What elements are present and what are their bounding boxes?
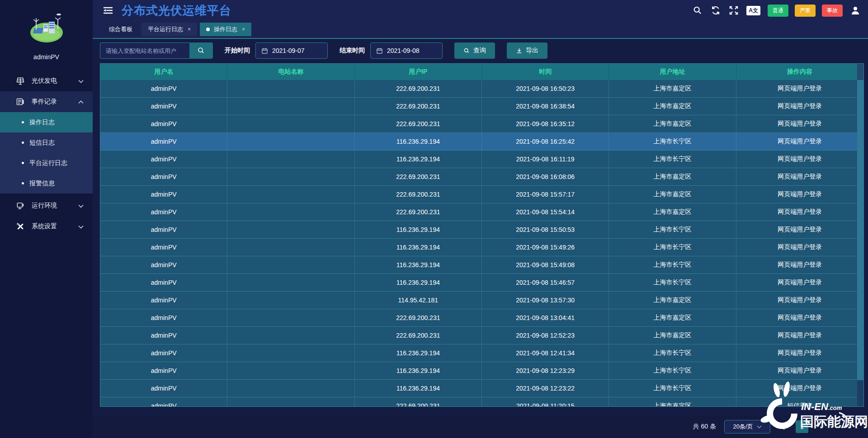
page-size-select[interactable]: 20条/页 bbox=[724, 420, 770, 433]
cell-username: adminPV bbox=[100, 380, 227, 397]
prev-page-icon[interactable] bbox=[778, 422, 788, 431]
search-icon[interactable] bbox=[692, 5, 703, 16]
sidebar-item-event-records[interactable]: 事件记录 bbox=[0, 91, 93, 112]
cell-user-ip: 222.69.200.231 bbox=[355, 80, 482, 97]
close-icon[interactable]: × bbox=[242, 26, 245, 33]
tools-icon bbox=[15, 221, 25, 231]
table-scrollbar[interactable] bbox=[857, 64, 863, 406]
table-header-cell[interactable]: 用户IP bbox=[355, 64, 482, 80]
alarm-badge[interactable]: 普通 bbox=[768, 5, 788, 17]
cell-operation: 网页端用户登录 bbox=[736, 133, 863, 150]
cell-username: adminPV bbox=[100, 80, 227, 97]
table-row[interactable]: adminPV 116.236.29.194 2021-09-08 16:25:… bbox=[100, 133, 863, 151]
cell-station-name bbox=[227, 151, 354, 168]
table-row[interactable]: adminPV 116.236.29.194 2021-09-08 12:23:… bbox=[100, 362, 863, 380]
table-row[interactable]: adminPV 222.69.200.231 2021-09-08 15:54:… bbox=[100, 203, 863, 221]
table-header-cell[interactable]: 操作内容 bbox=[736, 64, 863, 80]
cell-station-name bbox=[227, 344, 354, 362]
table-row[interactable]: adminPV 116.236.29.194 2021-09-08 12:41:… bbox=[100, 344, 863, 362]
bullet-dot-icon bbox=[22, 162, 24, 164]
cell-station-name bbox=[227, 133, 354, 150]
table-row[interactable]: adminPV 222.69.200.231 2021-09-08 16:38:… bbox=[100, 98, 863, 115]
scrollbar-track-top bbox=[857, 64, 863, 80]
cell-user-address: 上海市嘉定区 bbox=[609, 115, 736, 132]
search-input[interactable] bbox=[100, 42, 189, 59]
sidebar-item-operation-log[interactable]: 操作日志 bbox=[0, 112, 93, 132]
table-header-cell[interactable]: 时间 bbox=[482, 64, 609, 80]
user-icon[interactable] bbox=[850, 5, 861, 16]
cell-user-address: 上海市长宁区 bbox=[609, 344, 736, 362]
refresh-icon[interactable] bbox=[710, 5, 721, 16]
sidebar-item-sms-log[interactable]: 短信日志 bbox=[0, 132, 93, 153]
table-row[interactable]: adminPV 222.69.200.231 2021-09-08 11:20:… bbox=[100, 397, 863, 407]
cell-operation: 网页端用户登录 bbox=[736, 256, 863, 273]
table-row[interactable]: adminPV 222.69.200.231 2021-09-08 15:57:… bbox=[100, 186, 863, 203]
cell-user-ip: 222.69.200.231 bbox=[355, 327, 482, 344]
table-row[interactable]: adminPV 222.69.200.231 2021-09-08 12:52:… bbox=[100, 327, 863, 344]
end-date-picker[interactable]: 2021-09-08 bbox=[370, 42, 443, 59]
table-header-cell[interactable]: 用户地址 bbox=[609, 64, 736, 80]
cell-time: 2021-09-08 16:50:23 bbox=[482, 80, 609, 97]
sidebar-item-system-settings[interactable]: 系统设置 bbox=[0, 216, 93, 237]
submenu-item-label: 平台运行日志 bbox=[29, 159, 67, 167]
alarm-badge[interactable]: 事故 bbox=[822, 5, 843, 17]
sidebar-item-alarm-info[interactable]: 报警信息 bbox=[0, 173, 93, 193]
table-row[interactable]: adminPV 116.236.29.194 2021-09-08 15:49:… bbox=[100, 239, 863, 256]
cell-user-address: 上海市长宁区 bbox=[609, 362, 736, 379]
sidebar-item-label: 系统设置 bbox=[32, 222, 57, 231]
sidebar-menu: 光伏发电 事件记录 bbox=[0, 71, 93, 237]
submenu-item-label: 短信日志 bbox=[29, 139, 55, 147]
export-button[interactable]: 导出 bbox=[507, 42, 547, 59]
bullet-dot-icon bbox=[22, 141, 24, 144]
cell-station-name bbox=[227, 309, 354, 326]
cell-station-name bbox=[227, 397, 354, 407]
cell-time: 2021-09-08 16:35:12 bbox=[482, 115, 609, 132]
cell-time: 2021-09-08 11:20:15 bbox=[482, 397, 609, 407]
table-row[interactable]: adminPV 222.69.200.231 2021-09-08 13:04:… bbox=[100, 309, 863, 327]
collapse-sidebar-icon[interactable] bbox=[103, 5, 114, 15]
tab-dashboard[interactable]: 综合看板 bbox=[103, 23, 139, 36]
table-header-cell[interactable]: 用户名 bbox=[100, 64, 227, 80]
tab-platform-run-log[interactable]: 平台运行日志 × bbox=[142, 23, 197, 36]
table-row[interactable]: adminPV 116.236.29.194 2021-09-08 15:50:… bbox=[100, 221, 863, 239]
table-row[interactable]: adminPV 116.236.29.194 2021-09-08 12:23:… bbox=[100, 380, 863, 397]
logo bbox=[0, 0, 93, 51]
table-row[interactable]: adminPV 116.236.29.194 2021-09-08 16:11:… bbox=[100, 151, 863, 168]
cell-operation: 网页端用户登录 bbox=[736, 362, 863, 379]
cell-username: adminPV bbox=[100, 239, 227, 256]
cell-operation: 网页端用户登录 bbox=[736, 344, 863, 362]
sidebar-item-running-environment[interactable]: 运行环境 bbox=[0, 195, 93, 216]
tab-operation-log[interactable]: 操作日志 × bbox=[200, 23, 251, 36]
query-button[interactable]: 查询 bbox=[454, 42, 495, 59]
cell-station-name bbox=[227, 221, 354, 238]
table-header-cell[interactable]: 电站名称 bbox=[227, 64, 354, 80]
table-row[interactable]: adminPV 222.69.200.231 2021-09-08 16:50:… bbox=[100, 80, 863, 98]
table-row[interactable]: adminPV 222.69.200.231 2021-09-08 16:35:… bbox=[100, 115, 863, 133]
sidebar-item-pv-generation[interactable]: 光伏发电 bbox=[0, 71, 93, 91]
cell-station-name bbox=[227, 327, 354, 344]
table-row[interactable]: adminPV 116.236.29.194 2021-09-08 15:49:… bbox=[100, 256, 863, 274]
close-icon[interactable]: × bbox=[188, 26, 191, 33]
table-row[interactable]: adminPV 222.69.200.231 2021-09-08 16:08:… bbox=[100, 168, 863, 186]
cell-user-ip: 222.69.200.231 bbox=[355, 397, 482, 407]
page-size-value: 20条/页 bbox=[733, 423, 753, 431]
language-translate-icon[interactable]: A文 bbox=[746, 6, 760, 15]
table-row[interactable]: adminPV 116.236.29.194 2021-09-08 15:46:… bbox=[100, 274, 863, 292]
page-number-button[interactable]: 1 bbox=[796, 420, 808, 433]
sidebar-item-platform-run-log[interactable]: 平台运行日志 bbox=[0, 153, 93, 173]
search-icon bbox=[463, 47, 470, 54]
alarm-badge[interactable]: 严重 bbox=[795, 5, 816, 17]
cell-username: adminPV bbox=[100, 203, 227, 221]
scrollbar-thumb[interactable] bbox=[857, 80, 863, 380]
fullscreen-icon[interactable] bbox=[728, 5, 739, 16]
station-search-group bbox=[100, 42, 213, 59]
cell-user-ip: 116.236.29.194 bbox=[355, 221, 482, 238]
cell-station-name bbox=[227, 292, 354, 309]
pagination-bar: 共 60 条 20条/页 1 bbox=[93, 415, 868, 438]
cell-user-address: 上海市长宁区 bbox=[609, 221, 736, 238]
start-date-picker[interactable]: 2021-09-07 bbox=[255, 42, 328, 59]
cell-time: 2021-09-08 13:57:30 bbox=[482, 292, 609, 309]
search-button[interactable] bbox=[189, 42, 213, 59]
table-row[interactable]: adminPV 114.95.42.181 2021-09-08 13:57:3… bbox=[100, 292, 863, 309]
cell-station-name bbox=[227, 186, 354, 203]
